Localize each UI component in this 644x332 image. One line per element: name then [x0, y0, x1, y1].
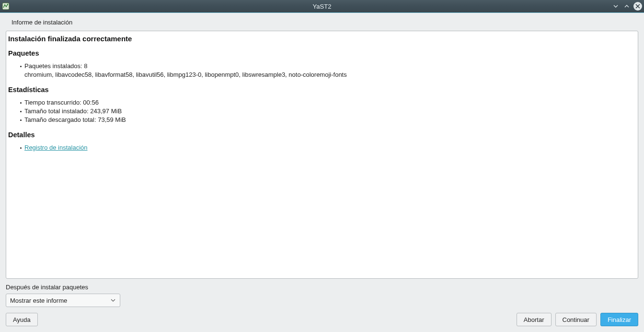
packages-installed-count: Paquetes instalados: 8 chromium, libavco…: [24, 62, 636, 79]
packages-installed-label: Paquetes instalados: 8: [24, 62, 88, 70]
report-title: Instalación finalizada correctamente: [8, 35, 636, 43]
details-heading: Detalles: [8, 131, 636, 139]
install-log-link[interactable]: Registro de instalación: [24, 144, 88, 151]
maximize-button[interactable]: [622, 2, 631, 11]
svg-point-1: [7, 4, 8, 5]
help-button[interactable]: Ayuda: [6, 313, 38, 326]
button-row: Ayuda Abortar Continuar Finalizar: [0, 307, 644, 332]
packages-list: chromium, libavcodec58, libavformat58, l…: [24, 71, 636, 79]
continue-button[interactable]: Continuar: [555, 313, 597, 326]
details-item: Registro de instalación: [24, 143, 636, 152]
packages-heading: Paquetes: [8, 49, 636, 57]
finish-button[interactable]: Finalizar: [600, 313, 638, 326]
after-install-selected: Mostrar este informe: [10, 297, 67, 304]
close-button[interactable]: [633, 2, 642, 11]
abort-button[interactable]: Abortar: [517, 313, 552, 326]
stats-heading: Estadísticas: [8, 86, 636, 94]
chevron-down-icon: [109, 298, 117, 303]
stat-elapsed: Tiempo transcurrido: 00:56: [24, 98, 636, 107]
report-panel: Instalación finalizada correctamente Paq…: [6, 31, 638, 279]
stat-installed-size: Tamaño total instalado: 243,97 MiB: [24, 107, 636, 116]
minimize-button[interactable]: [611, 2, 620, 11]
stat-downloaded-size: Tamaño descargado total: 73,59 MiB: [24, 116, 636, 124]
after-install-label: Después de instalar paquetes: [6, 284, 638, 291]
app-icon: [2, 2, 10, 10]
titlebar: YaST2: [0, 0, 644, 13]
after-install-select[interactable]: Mostrar este informe: [6, 294, 120, 307]
window-title: YaST2: [313, 3, 332, 10]
page-title: Informe de instalación: [0, 13, 644, 31]
